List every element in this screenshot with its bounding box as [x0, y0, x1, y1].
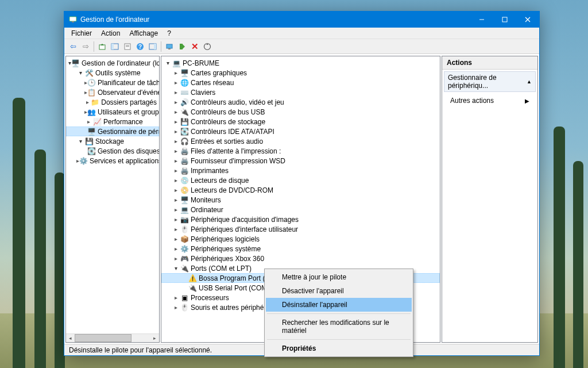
device-category[interactable]: ▸🖨️Fournisseur d'impression WSD	[161, 156, 440, 166]
close-button[interactable]	[516, 12, 539, 28]
device-category[interactable]: ▸⌨️Claviers	[161, 87, 440, 97]
action-pane-button[interactable]	[146, 40, 159, 53]
device-category[interactable]: ▸📦Périphériques logiciels	[161, 234, 440, 244]
folder-icon: 📁	[91, 98, 99, 107]
tree-users-groups[interactable]: ▸👥Utilisateurs et groupes locaux	[66, 107, 159, 117]
svg-rect-1	[72, 21, 74, 22]
tree-storage[interactable]: ▾💾Stockage	[66, 136, 159, 146]
collapse-icon: ▲	[527, 79, 532, 85]
actions-more[interactable]: Autres actions ▶	[442, 94, 537, 108]
left-h-scrollbar[interactable]: ◂ ▸	[66, 334, 159, 342]
pc-icon: 💻	[172, 59, 181, 68]
device-icon: 🎧	[180, 137, 189, 146]
tree-system-tools[interactable]: ▾🛠️Outils système	[66, 68, 159, 78]
uninstall-device-button[interactable]: ✕	[188, 40, 201, 53]
svg-rect-17	[168, 48, 171, 49]
device-icon: 🖨️	[180, 166, 189, 175]
help-button[interactable]: ?	[134, 40, 146, 53]
device-category[interactable]: ▸🔊Contrôleurs audio, vidéo et jeu	[161, 97, 440, 107]
computer-icon: 🖥️	[71, 59, 80, 68]
device-icon: 📦	[180, 235, 189, 244]
device-category[interactable]: ▸🖥️Moniteurs	[161, 195, 440, 205]
tree-event-viewer[interactable]: ▸📋Observateur d'événements	[66, 87, 159, 97]
device-category[interactable]: ▸🖨️Imprimantes	[161, 166, 440, 175]
back-button[interactable]: ⇦	[67, 40, 79, 53]
menu-scan-hardware[interactable]: Rechercher les modifications sur le maté…	[266, 316, 412, 338]
tree-device-manager[interactable]: ▸🖥️Gestionnaire de périphériques	[66, 126, 159, 136]
titlebar[interactable]: Gestion de l'ordinateur	[64, 12, 539, 28]
tree-services-apps[interactable]: ▸⚙️Services et applications	[66, 156, 159, 166]
perf-icon: 📈	[92, 117, 102, 126]
forward-button[interactable]: ⇨	[79, 40, 92, 53]
services-icon: ⚙️	[79, 156, 88, 166]
show-hide-tree-button[interactable]	[109, 40, 121, 53]
users-icon: 👥	[87, 108, 96, 117]
clock-icon: 🕒	[87, 78, 96, 87]
port-icon: 🔌	[180, 264, 189, 273]
mouse-icon: 🖱️	[180, 303, 189, 312]
menu-separator	[267, 339, 411, 340]
tree-root[interactable]: ▾🖥️Gestion de l'ordinateur (local)	[66, 58, 159, 68]
device-icon: 📷	[180, 215, 189, 224]
device-icon: 🌐	[180, 78, 189, 87]
device-icon: 🔊	[180, 98, 189, 107]
storage-icon: 💾	[84, 137, 94, 146]
tree-performance[interactable]: ▸📈Performance	[66, 117, 159, 126]
device-category[interactable]: ▸📷Périphérique d'acquisition d'images	[161, 214, 440, 224]
tree-scheduler[interactable]: ▸🕒Planificateur de tâches	[66, 78, 159, 87]
svg-rect-15	[154, 44, 156, 49]
chevron-right-icon: ▶	[525, 98, 529, 104]
up-button[interactable]	[96, 40, 109, 53]
tree-disk-management[interactable]: ▸💽Gestion des disques	[66, 146, 159, 156]
device-icon: ⚙️	[180, 244, 189, 254]
menu-uninstall-device[interactable]: Désinstaller l'appareil	[266, 298, 412, 312]
device-category[interactable]: ▸💾Contrôleurs de stockage	[161, 117, 440, 126]
svg-rect-8	[111, 44, 114, 49]
scan-hardware-button[interactable]	[201, 40, 214, 53]
scroll-right-button[interactable]: ▸	[150, 334, 159, 342]
device-icon: 🖱️	[180, 225, 189, 234]
device-category[interactable]: ▸💿Lecteurs de disque	[161, 175, 440, 185]
svg-rect-3	[502, 17, 507, 22]
console-tree[interactable]: ▾🖥️Gestion de l'ordinateur (local) ▾🛠️Ou…	[65, 56, 160, 343]
device-category[interactable]: ▸🎧Entrées et sorties audio	[161, 136, 440, 146]
menu-separator	[267, 313, 411, 314]
device-icon: 💿	[180, 176, 189, 185]
tree-shared-folders[interactable]: ▸📁Dossiers partagés	[66, 97, 159, 107]
menu-view[interactable]: Affichage	[125, 28, 163, 39]
device-category[interactable]: ▸🖨️Files d'attente à l'impression :	[161, 146, 440, 156]
svg-text:?: ?	[138, 44, 142, 50]
enable-device-button[interactable]	[176, 40, 188, 53]
minimize-button[interactable]	[470, 12, 493, 28]
menu-disable-device[interactable]: Désactiver l'appareil	[266, 284, 412, 298]
device-root[interactable]: ▾💻PC-BRUME	[161, 58, 440, 68]
device-category[interactable]: ▸🌐Cartes réseau	[161, 78, 440, 87]
device-category[interactable]: ▸🔌Contrôleurs de bus USB	[161, 107, 440, 117]
app-icon	[69, 16, 77, 24]
device-category[interactable]: ▸🎮Périphériques Xbox 360	[161, 254, 440, 263]
menu-help[interactable]: ?	[163, 28, 176, 39]
status-text: Désinstalle le pilote pour l'appareil sé…	[69, 346, 212, 354]
svg-rect-16	[167, 44, 172, 48]
cpu-icon: ▣	[180, 293, 189, 302]
actions-subheader[interactable]: Gestionnaire de périphériqu... ▲	[444, 71, 536, 92]
device-category[interactable]: ▸💽Contrôleurs IDE ATA/ATAPI	[161, 126, 440, 136]
device-icon: 🖥️	[180, 68, 189, 78]
device-category[interactable]: ▸📀Lecteurs de DVD/CD-ROM	[161, 185, 440, 195]
maximize-button[interactable]	[493, 12, 516, 28]
menu-file[interactable]: Fichier	[67, 28, 96, 39]
device-category[interactable]: ▸🖥️Cartes graphiques	[161, 68, 440, 78]
device-icon: 🖥️	[180, 195, 189, 205]
disk-icon: 💽	[87, 147, 96, 156]
menu-properties[interactable]: Propriétés	[266, 342, 412, 355]
properties-sheet-button[interactable]	[121, 40, 134, 53]
scroll-left-button[interactable]: ◂	[66, 334, 75, 342]
device-icon: 📀	[180, 186, 189, 195]
scan-devices-button[interactable]	[163, 40, 176, 53]
device-icon: ⌨️	[180, 88, 189, 97]
device-category[interactable]: ▸⚙️Périphériques système	[161, 244, 440, 254]
menu-action[interactable]: Action	[96, 28, 125, 39]
device-category[interactable]: ▸🖱️Périphériques d'interface utilisateur	[161, 224, 440, 234]
menu-update-driver[interactable]: Mettre à jour le pilote	[266, 270, 412, 284]
device-category[interactable]: ▸💻Ordinateur	[161, 205, 440, 214]
